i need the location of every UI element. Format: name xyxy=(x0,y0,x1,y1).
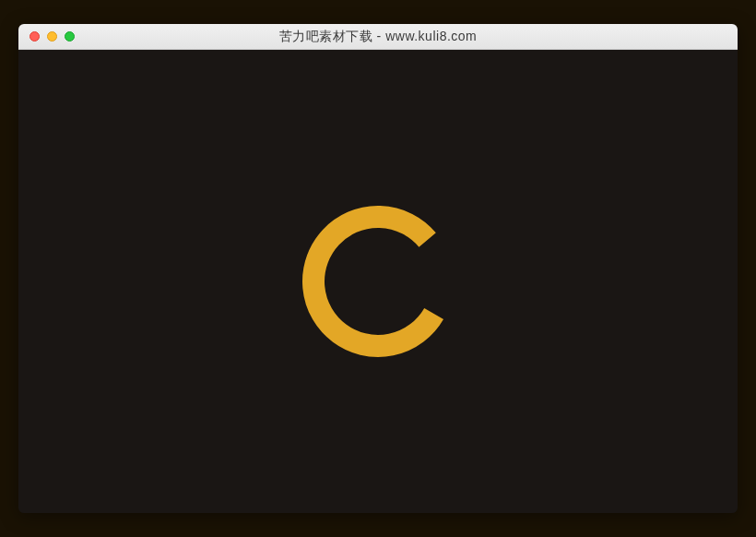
titlebar: 苦力吧素材下载 - www.kuli8.com xyxy=(18,24,738,50)
maximize-icon[interactable] xyxy=(65,31,75,42)
content-area xyxy=(18,50,738,513)
window-title: 苦力吧素材下载 - www.kuli8.com xyxy=(18,29,738,45)
loading-spinner-icon xyxy=(286,189,470,374)
app-window: 苦力吧素材下载 - www.kuli8.com xyxy=(18,24,738,513)
close-icon[interactable] xyxy=(30,31,40,42)
minimize-icon[interactable] xyxy=(47,31,57,42)
window-controls xyxy=(18,31,75,42)
